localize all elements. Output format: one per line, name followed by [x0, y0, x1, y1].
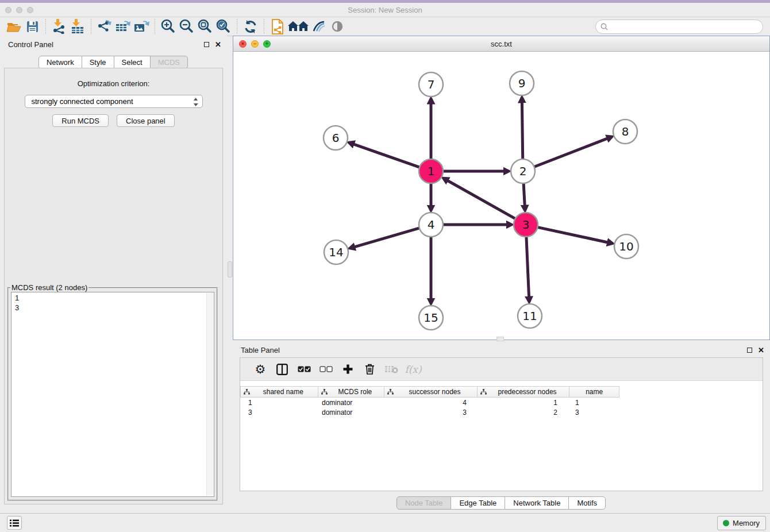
graph-node-6[interactable]: 6 — [324, 126, 348, 150]
toolbar-separator — [264, 19, 264, 34]
delete-table-button[interactable] — [380, 360, 402, 379]
graph-node-3[interactable]: 3 — [514, 213, 538, 237]
search-input[interactable] — [611, 21, 763, 33]
column-header-mcds-role[interactable]: MCDS role — [318, 387, 385, 397]
column-header-predecessor-nodes[interactable]: predecessor nodes — [478, 387, 570, 397]
plus-icon — [343, 364, 353, 374]
table-cell[interactable]: 3 — [240, 408, 318, 417]
table-panel: Table Panel ✕ ⚙ f(x) — [233, 341, 770, 513]
edge-2-3[interactable] — [523, 182, 525, 206]
column-header-name[interactable]: name — [569, 387, 619, 397]
run-mcds-button[interactable]: Run MCDS — [52, 114, 109, 127]
table-cell[interactable]: dominator — [318, 408, 384, 417]
table-cell[interactable]: 2 — [478, 408, 570, 417]
horizontal-splitter-grip[interactable] — [496, 337, 504, 341]
import-network-button[interactable] — [50, 18, 68, 35]
edge-3-11[interactable] — [526, 235, 529, 297]
add-row-button[interactable] — [337, 360, 359, 379]
table-cell[interactable]: 4 — [384, 399, 478, 407]
zoom-in-button[interactable] — [159, 18, 178, 35]
network-window-titlebar[interactable]: × − + scc.txt — [233, 36, 769, 52]
edge-2-9[interactable] — [522, 102, 522, 161]
export-image-button[interactable] — [132, 18, 151, 35]
criterion-select[interactable]: strongly connected component — [25, 95, 203, 108]
show-columns-button[interactable] — [271, 360, 293, 379]
network-canvas[interactable]: 1234678910111415 — [233, 52, 769, 340]
vertical-splitter-handle[interactable] — [228, 261, 232, 277]
table-row[interactable]: 3dominator323 — [240, 407, 763, 417]
graph-node-7[interactable]: 7 — [419, 72, 443, 97]
tab-network[interactable]: Network — [38, 56, 82, 69]
table-cell[interactable]: 3 — [384, 408, 478, 417]
tab-motifs[interactable]: Motifs — [568, 496, 606, 510]
edge-1-6[interactable] — [353, 144, 421, 168]
float-panel-icon[interactable] — [204, 42, 209, 47]
node-label: 6 — [332, 131, 340, 145]
table-row[interactable]: 1dominator411 — [240, 398, 763, 407]
search-field[interactable] — [595, 20, 763, 34]
edge-3-10[interactable] — [536, 227, 608, 242]
open-session-button[interactable] — [5, 18, 23, 35]
table-cell[interactable]: dominator — [318, 399, 384, 407]
table-cell[interactable]: 1 — [570, 399, 619, 407]
memory-label: Memory — [733, 519, 760, 527]
column-header-shared-name[interactable]: shared name — [241, 387, 318, 397]
hide-details-button[interactable] — [328, 18, 346, 35]
graph-node-10[interactable]: 10 — [614, 234, 638, 259]
close-panel-icon[interactable]: ✕ — [215, 41, 221, 48]
function-builder-button[interactable]: f(x) — [402, 360, 424, 379]
attribute-icon — [387, 389, 394, 395]
graph-node-11[interactable]: 11 — [518, 304, 542, 328]
mcds-result-title: MCDS result (2 nodes) — [10, 283, 88, 292]
zoom-fit-button[interactable] — [196, 18, 214, 35]
table-cell[interactable]: 3 — [570, 408, 619, 417]
select-all-button[interactable] — [293, 360, 315, 379]
graph-node-9[interactable]: 9 — [510, 71, 534, 95]
first-neighbors-button[interactable] — [287, 18, 310, 35]
graph-node-2[interactable]: 2 — [511, 159, 535, 183]
edge-3-1[interactable] — [448, 180, 517, 219]
column-header-successor-nodes[interactable]: successor nodes — [384, 387, 478, 397]
zoom-selected-button[interactable] — [214, 18, 233, 35]
delete-row-button[interactable] — [359, 360, 380, 379]
export-table-button[interactable] — [114, 18, 132, 35]
graph-node-4[interactable]: 4 — [419, 213, 443, 237]
node-label: 10 — [619, 240, 633, 253]
tab-node-table[interactable]: Node Table — [396, 496, 452, 510]
mcds-result-text[interactable]: 13 — [11, 292, 214, 497]
graph-node-8[interactable]: 8 — [613, 119, 637, 144]
float-table-panel-icon[interactable] — [747, 348, 752, 353]
zoom-out-button[interactable] — [178, 18, 196, 35]
column-settings-button[interactable]: ⚙ — [249, 360, 271, 379]
close-table-panel-icon[interactable]: ✕ — [758, 346, 764, 354]
deselect-all-button[interactable] — [315, 360, 337, 379]
tab-network-table[interactable]: Network Table — [505, 496, 569, 510]
graph-node-14[interactable]: 14 — [324, 240, 348, 264]
save-session-button[interactable] — [23, 18, 41, 35]
tab-edge-table[interactable]: Edge Table — [451, 496, 505, 510]
apply-layout-button[interactable] — [241, 18, 260, 35]
edge-4-14[interactable] — [355, 228, 421, 247]
task-history-button[interactable] — [7, 516, 22, 530]
graphics-details-button[interactable] — [310, 18, 328, 35]
import-table-icon — [71, 19, 84, 34]
table-cell[interactable]: 1 — [478, 399, 570, 407]
edge-2-8[interactable] — [533, 138, 607, 168]
result-scrollbar[interactable] — [206, 293, 213, 496]
graph-node-1[interactable]: 1 — [419, 159, 443, 183]
zoom-in-icon — [161, 19, 176, 34]
memory-button[interactable]: Memory — [717, 516, 766, 530]
columns-icon — [276, 364, 288, 375]
table-cell[interactable]: 1 — [240, 399, 318, 407]
tab-mcds[interactable]: MCDS — [150, 56, 188, 69]
tab-style[interactable]: Style — [82, 56, 114, 69]
close-panel-button[interactable]: Close panel — [117, 114, 175, 127]
export-network-button[interactable] — [95, 18, 114, 35]
tab-select[interactable]: Select — [114, 56, 151, 69]
graph-node-15[interactable]: 15 — [419, 306, 443, 330]
delete-table-icon — [385, 365, 398, 373]
zoom-out-icon — [179, 19, 194, 34]
network-from-file-button[interactable] — [268, 18, 287, 35]
import-table-button[interactable] — [68, 18, 87, 35]
eye-icon — [330, 21, 345, 32]
